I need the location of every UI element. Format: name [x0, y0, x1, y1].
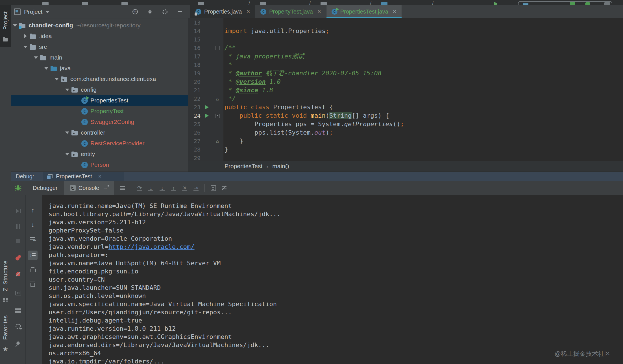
run-config-combo-fragment[interactable]: [518, 1, 612, 5]
chevron-down-icon[interactable]: [44, 67, 49, 70]
breadcrumb-method[interactable]: main(): [272, 163, 289, 170]
code-editor[interactable]: 1314import java.util.Properties;1516-/**…: [188, 18, 623, 161]
restore-layout-icon[interactable]: [14, 307, 22, 314]
close-icon[interactable]: ×: [317, 9, 321, 14]
chevron-down-icon[interactable]: [65, 153, 70, 155]
code-line[interactable]: 28}: [188, 145, 623, 154]
locate-file-icon[interactable]: [131, 8, 139, 16]
run-to-cursor-icon[interactable]: [192, 184, 200, 192]
chevron-down-icon[interactable]: [65, 89, 70, 91]
tree-row[interactable]: main: [11, 52, 188, 63]
chevron-down-icon[interactable]: [54, 78, 59, 80]
editor-tab-propertytest-java[interactable]: PropertyTest.java×: [255, 5, 326, 18]
tree-row[interactable]: java: [11, 63, 188, 74]
stripe-button-favorites[interactable]: Favorites ★: [0, 310, 11, 352]
settings-icon[interactable]: [14, 323, 22, 330]
down-icon[interactable]: [29, 221, 36, 229]
view-breakpoints-icon[interactable]: [14, 254, 22, 262]
code-line[interactable]: 22⌂ */: [188, 95, 623, 103]
trace-icon[interactable]: [221, 184, 228, 192]
console-link[interactable]: http://java.oracle.com/: [108, 243, 195, 250]
print-icon[interactable]: [29, 266, 36, 273]
fold-collapse-icon[interactable]: -: [215, 46, 220, 50]
pin-icon[interactable]: [14, 340, 22, 348]
step-out-icon[interactable]: [169, 184, 177, 192]
chevron-right-icon[interactable]: [23, 34, 28, 38]
code-line[interactable]: 20 * @version 1.0: [188, 78, 623, 86]
debug-session-tab[interactable]: PropertiesTest ×: [43, 172, 124, 181]
collapse-all-icon[interactable]: [146, 8, 154, 16]
thread-dump-icon[interactable]: [14, 289, 22, 297]
code-line[interactable]: 19 * @author 钱丁君-chandler 2020-07-05 15:…: [188, 69, 623, 78]
soft-wrap-icon[interactable]: [29, 235, 36, 243]
chevron-down-icon[interactable]: [46, 11, 49, 13]
fold-collapse-icon[interactable]: -: [212, 111, 223, 120]
hide-panel-icon[interactable]: [176, 8, 184, 16]
tree-row[interactable]: PropertiesTest: [11, 95, 188, 106]
code-line[interactable]: 25 Properties pps = System.getProperties…: [188, 120, 623, 128]
tree-row[interactable]: RestServiceProvider: [11, 138, 188, 149]
drop-frame-icon[interactable]: [181, 184, 189, 192]
close-icon[interactable]: ×: [393, 9, 397, 14]
stop-icon[interactable]: [14, 237, 22, 244]
fold-collapse-icon[interactable]: -: [212, 44, 223, 52]
tab-debugger[interactable]: Debugger: [27, 181, 64, 195]
code-line[interactable]: 24- public static void main(String[] arg…: [188, 111, 623, 120]
tree-row[interactable]: chandler-config~/resource/git-repository: [11, 20, 188, 31]
project-panel-title[interactable]: Project: [24, 8, 42, 15]
resume-icon[interactable]: [14, 207, 22, 215]
console-output[interactable]: java.runtime.name=Java(TM) SE Runtime En…: [42, 195, 623, 364]
fold-collapse-icon[interactable]: -: [215, 114, 220, 118]
chevron-down-icon[interactable]: [65, 131, 70, 134]
gear-icon[interactable]: [161, 8, 169, 16]
code-line[interactable]: 13: [188, 18, 623, 27]
step-into-icon[interactable]: [147, 184, 155, 192]
fold-end-icon[interactable]: ⌂: [216, 97, 219, 101]
evaluate-icon[interactable]: [209, 184, 217, 192]
breadcrumb-class[interactable]: PropertiesTest: [225, 163, 262, 170]
up-icon[interactable]: [29, 207, 36, 214]
fold-end-icon[interactable]: ⌂: [212, 137, 223, 145]
hamburger-icon[interactable]: [118, 184, 126, 192]
editor-tab-properties-java[interactable]: Properties.java×: [190, 5, 255, 18]
code-line[interactable]: 26 pps.list(System.out);: [188, 128, 623, 137]
code-line[interactable]: 23public class PropertiesTest {: [188, 103, 623, 111]
tree-row[interactable]: controller: [11, 127, 188, 138]
code-line[interactable]: 15: [188, 35, 623, 44]
run-line-icon[interactable]: [201, 111, 212, 120]
tab-console[interactable]: Console →: [64, 181, 114, 195]
tree-row[interactable]: .idea: [11, 31, 188, 41]
tree-row[interactable]: Person: [11, 159, 188, 170]
force-step-into-icon[interactable]: [158, 184, 166, 192]
fold-end-icon[interactable]: ⌂: [212, 95, 223, 103]
chevron-down-icon[interactable]: [12, 24, 18, 27]
close-icon[interactable]: ×: [246, 9, 250, 14]
run-line-icon[interactable]: [201, 103, 212, 111]
project-tree: chandler-config~/resource/git-repository…: [11, 19, 188, 170]
pause-icon[interactable]: [14, 223, 22, 230]
clear-icon[interactable]: [29, 280, 36, 288]
tree-row[interactable]: PropertyTest: [11, 106, 188, 117]
chevron-down-icon[interactable]: [33, 56, 38, 59]
close-icon[interactable]: ×: [98, 173, 102, 180]
step-over-icon[interactable]: [136, 184, 143, 192]
mute-breakpoints-icon[interactable]: [14, 270, 22, 278]
tree-row[interactable]: src: [11, 41, 188, 52]
stripe-button-project[interactable]: Project: [0, 5, 11, 47]
tree-row[interactable]: config: [11, 84, 188, 95]
fold-end-icon[interactable]: ⌂: [216, 139, 219, 144]
code-line[interactable]: 14import java.util.Properties;: [188, 27, 623, 35]
code-line[interactable]: 21 * @since 1.8: [188, 86, 623, 95]
code-line[interactable]: 27⌂ }: [188, 137, 623, 145]
tree-row[interactable]: entity: [11, 149, 188, 159]
code-line[interactable]: 18 *: [188, 61, 623, 69]
code-line[interactable]: 17 * java properties测试: [188, 52, 623, 61]
code-line[interactable]: 29: [188, 154, 623, 161]
stripe-button-structure[interactable]: Z: Structure: [0, 255, 11, 302]
chevron-down-icon[interactable]: [23, 46, 28, 48]
tree-row[interactable]: Swagger2Config: [11, 117, 188, 127]
tree-row[interactable]: com.chandler.instance.client.exa: [11, 74, 188, 84]
scroll-end-icon[interactable]: [29, 252, 36, 259]
editor-tab-propertiestest-java[interactable]: PropertiesTest.java×: [326, 5, 402, 18]
code-line[interactable]: 16-/**: [188, 44, 623, 52]
